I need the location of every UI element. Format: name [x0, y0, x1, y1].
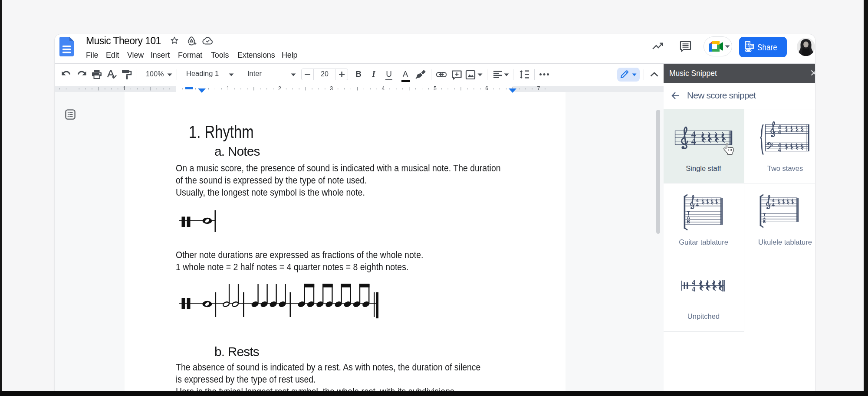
svg-text:B: B	[763, 219, 766, 224]
svg-text:4: 4	[696, 201, 699, 208]
svg-text:B: B	[687, 219, 690, 224]
svg-text:4: 4	[778, 146, 781, 153]
svg-text:4: 4	[778, 128, 781, 135]
svg-text:4: 4	[691, 136, 696, 147]
svg-text:4: 4	[772, 201, 775, 208]
svg-text:4: 4	[692, 285, 696, 293]
